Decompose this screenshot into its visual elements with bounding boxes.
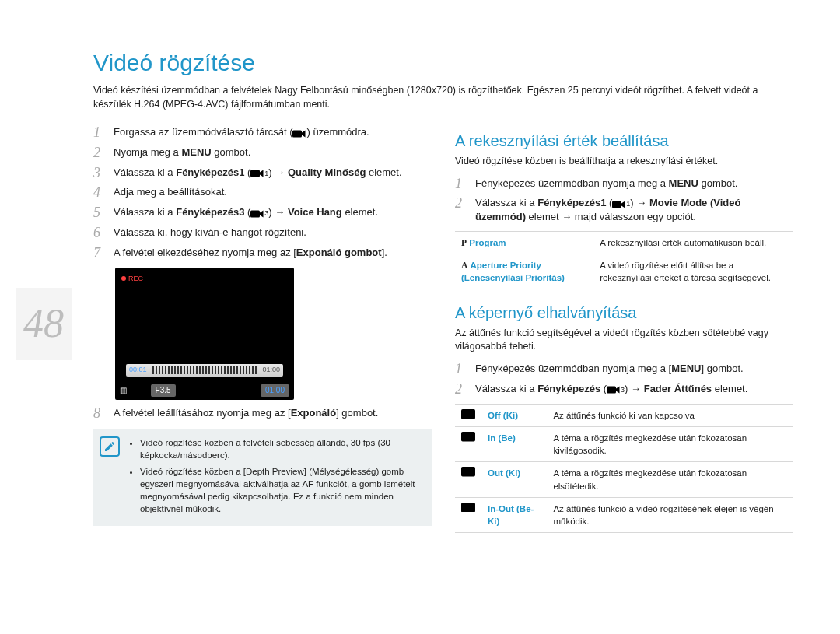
right-column: A rekesznyílási érték beállítása Videó r… [455, 125, 793, 545]
camera-icon-sub: 1 [626, 200, 630, 208]
main-step-list: 1Forgassa az üzemmódválasztó tárcsát () … [93, 125, 432, 261]
option-desc-cell: A téma a rögzítés megkezdése után fokoza… [547, 462, 793, 497]
step-number: 7 [93, 246, 106, 261]
progress-bar: 00:01 01:00 [126, 364, 283, 377]
option-row: P ProgramA rekesznyílási érték automatik… [455, 231, 793, 254]
fader-icon [461, 432, 475, 443]
step-text: Válassza ki a Fényképezés1 (1) → Quality… [114, 166, 432, 181]
aperture-options-table: P ProgramA rekesznyílási érték automatik… [455, 231, 793, 289]
lcd-bottom-row: ▥ F3.5 — — — — 01:00 [120, 384, 289, 397]
option-desc-cell: Az áttűnés funkció ki van kapcsolva [547, 404, 793, 427]
option-name-cell: P Program [455, 231, 593, 254]
step-item: 1Fényképezés üzemmódban nyomja meg a MEN… [455, 177, 793, 192]
step-item: 4Adja meg a beállításokat. [93, 185, 432, 201]
svg-rect-6 [461, 432, 475, 442]
step-number: 1 [455, 177, 467, 192]
option-name-cell: In (Be) [481, 427, 547, 462]
aperture-chip: F3.5 [151, 384, 176, 397]
step-item: 5Válassza ki a Fényképezés3 (3) → Voice … [93, 205, 432, 221]
svg-rect-3 [612, 201, 621, 208]
svg-rect-8 [461, 503, 475, 513]
aperture-step-list: 1Fényképezés üzemmódban nyomja meg a MEN… [455, 177, 793, 225]
lcd-preview: REC 00:01 01:00 ▥ F3.5 — — — — 01:00 [115, 268, 294, 400]
note-item: Videó rögzítése közben a felvételi sebes… [140, 436, 422, 461]
left-column: 1Forgassa az üzemmódválasztó tárcsát () … [93, 125, 432, 545]
step-number: 1 [455, 362, 467, 377]
step-item: 6Válassza ki, hogy kíván-e hangot rögzít… [93, 226, 432, 241]
svg-rect-2 [250, 210, 260, 217]
option-row: A Aperture Priority (Lencsenyílási Prior… [455, 254, 793, 289]
intro-text: Videó készítési üzemmódban a felvételek … [93, 84, 793, 111]
option-desc-cell: A rekesznyílási érték automatikusan beál… [593, 231, 793, 254]
page-number: 48 [16, 288, 72, 360]
step-item: 2Nyomja meg a MENU gombot. [93, 145, 432, 161]
step-number: 2 [93, 145, 106, 161]
option-row: In-Out (Be-Ki)Az áttűnés funkció a videó… [455, 497, 793, 532]
step-text: A felvétel elkezdéséhez nyomja meg az [E… [114, 246, 432, 261]
camera-icon [250, 168, 264, 177]
fader-icon [461, 409, 475, 420]
option-desc-cell: A videó rögzítése előtt állítsa be a rek… [593, 254, 793, 289]
fader-options-table: Off (Ki)Az áttűnés funkció ki van kapcso… [455, 404, 793, 533]
camera-icon [607, 384, 621, 394]
step-text: Forgassa az üzemmódválasztó tárcsát () ü… [114, 125, 432, 141]
camera-icon-sub: 3 [621, 386, 625, 394]
camera-icon [612, 199, 626, 208]
option-icon-cell [455, 497, 481, 532]
step-number: 8 [93, 406, 106, 422]
option-row: Off (Ki)Az áttűnés funkció ki van kapcso… [455, 404, 793, 427]
step-item: 3Válassza ki a Fényképezés1 (1) → Qualit… [93, 166, 432, 181]
fader-icon [461, 467, 475, 478]
camera-icon-sub: 3 [264, 209, 268, 217]
fader-intro: Az áttűnés funkció segítségével a videót… [455, 327, 793, 354]
option-name-cell: In-Out (Be-Ki) [481, 497, 547, 532]
svg-rect-0 [292, 130, 302, 137]
fader-icon [461, 503, 475, 513]
option-desc-cell: A téma a rögzítés megkezdése után fokoza… [547, 427, 793, 462]
note-icon [100, 436, 120, 457]
bar-time-end: 01:00 [262, 365, 280, 375]
step-number: 4 [93, 185, 106, 201]
option-name-cell: A Aperture Priority (Lencsenyílási Prior… [455, 254, 593, 289]
option-desc-cell: Az áttűnés funkció a videó rögzítésének … [547, 497, 793, 532]
step-number: 5 [93, 205, 106, 221]
aperture-heading: A rekesznyílási érték beállítása [455, 130, 793, 152]
step-item: 2Válassza ki a Fényképezés (3) → Fader Á… [455, 382, 793, 398]
camera-icon [250, 208, 264, 218]
option-icon-cell [455, 404, 481, 427]
step-number: 2 [455, 382, 467, 398]
page-title: Videó rögzítése [93, 47, 793, 79]
svg-rect-7 [461, 467, 475, 477]
option-name-cell: Out (Ki) [481, 462, 547, 497]
step-item: 1Fényképezés üzemmódban nyomja meg a [ME… [455, 362, 793, 377]
option-icon-cell [455, 462, 481, 497]
step-text: Válassza ki, hogy kíván-e hangot rögzíte… [114, 226, 432, 241]
step-text: Fényképezés üzemmódban nyomja meg a [MEN… [475, 362, 793, 377]
step-number: 6 [93, 226, 106, 241]
rec-indicator: REC [121, 274, 143, 284]
note-box: Videó rögzítése közben a felvételi sebes… [93, 429, 432, 526]
main-step-list-cont: 8A felvétel leállításához nyomja meg az … [93, 406, 432, 422]
camera-icon [292, 128, 306, 138]
step-text: Adja meg a beállításokat. [114, 185, 432, 201]
ev-spacer: — — — — [199, 385, 236, 396]
step-number: 2 [455, 196, 467, 224]
step-text: Válassza ki a Fényképezés3 (3) → Voice H… [114, 205, 432, 221]
step-text: Válassza ki a Fényképezés (3) → Fader Át… [475, 382, 793, 398]
aperture-intro: Videó rögzítése közben is beállíthatja a… [455, 155, 793, 169]
step-number: 3 [93, 166, 106, 181]
note-item: Videó rögzítése közben a [Depth Preview]… [140, 465, 422, 515]
camera-icon-sub: 1 [264, 170, 268, 177]
step-text: Válassza ki a Fényképezés1 (1) → Movie M… [475, 196, 793, 224]
svg-rect-4 [607, 387, 616, 394]
bar-time-start: 00:01 [129, 365, 147, 375]
step-number: 1 [93, 125, 106, 141]
svg-rect-5 [461, 409, 475, 419]
time-chip: 01:00 [261, 384, 289, 397]
step-text: Nyomja meg a MENU gombot. [114, 145, 432, 161]
fader-heading: A képernyő elhalványítása [455, 302, 793, 324]
step-text: A felvétel leállításához nyomja meg az [… [114, 406, 432, 422]
option-row: In (Be)A téma a rögzítés megkezdése után… [455, 427, 793, 462]
fader-step-list: 1Fényképezés üzemmódban nyomja meg a [ME… [455, 362, 793, 398]
option-name-cell: Off (Ki) [481, 404, 547, 427]
